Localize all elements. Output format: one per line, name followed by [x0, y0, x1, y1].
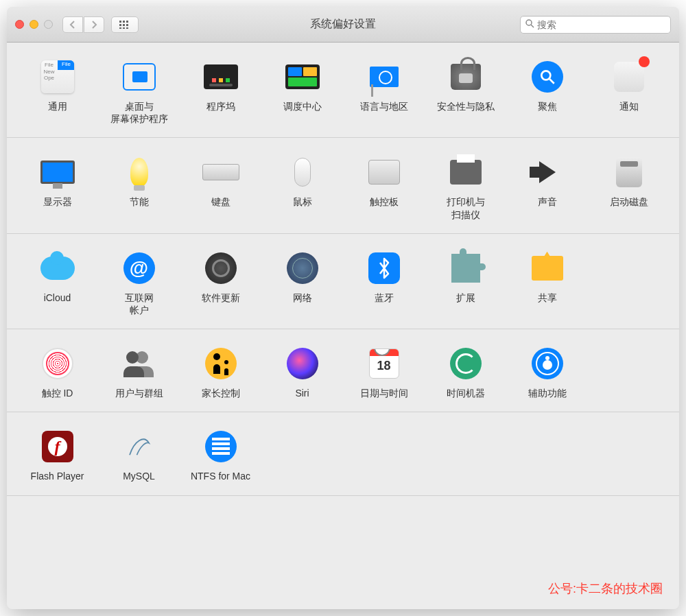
pref-item-label: 聚焦 [538, 100, 557, 112]
pref-item-label: 用户与群组 [115, 387, 163, 399]
svg-rect-1 [123, 21, 125, 23]
pref-item-label: 时间机器 [447, 387, 485, 399]
pref-item-extensions[interactable]: 扩展 [427, 249, 504, 316]
pref-item-label: 打印机与 扫描仪 [447, 196, 485, 220]
pref-item-mouse[interactable]: 鼠标 [264, 153, 340, 220]
pref-item-printers[interactable]: 打印机与 扫描仪 [427, 153, 504, 220]
pref-item-parental-controls[interactable]: 家长控制 [182, 344, 259, 399]
pref-item-displays[interactable]: 显示器 [19, 153, 95, 220]
pref-item-siri[interactable]: Siri [264, 344, 340, 399]
pref-item-label: Siri [295, 387, 309, 399]
pref-item-keyboard[interactable]: 键盘 [182, 153, 259, 220]
sharing-icon [528, 249, 567, 287]
titlebar: 系统偏好设置 [7, 7, 679, 43]
ntfs-icon [202, 427, 240, 466]
pref-item-label: 扩展 [456, 292, 475, 304]
pref-item-label: 触控板 [370, 196, 399, 208]
mission-control-icon [283, 58, 322, 96]
pref-item-sharing[interactable]: 共享 [509, 249, 585, 316]
svg-rect-0 [119, 21, 121, 23]
pref-item-dock[interactable]: 程序坞 [182, 58, 259, 125]
pref-item-mysql[interactable]: MySQL [101, 427, 177, 482]
mouse-icon [283, 153, 322, 191]
pref-item-label: 声音 [538, 196, 557, 208]
pref-item-label: 鼠标 [293, 196, 312, 208]
pref-item-label: 安全性与隐私 [437, 100, 495, 112]
pref-item-bluetooth[interactable]: 蓝牙 [346, 249, 422, 316]
internet-accounts-icon: @ [120, 249, 158, 287]
svg-rect-4 [123, 24, 125, 26]
pref-item-users-groups[interactable]: 用户与群组 [101, 344, 177, 399]
pref-item-security[interactable]: 安全性与隐私 [427, 58, 504, 125]
pref-item-date-time[interactable]: 日期与时间 [346, 344, 422, 399]
pref-item-label: 家长控制 [202, 387, 240, 399]
pref-item-desktop[interactable]: 桌面与 屏幕保护程序 [101, 58, 177, 125]
pref-item-icloud[interactable]: iCloud [19, 249, 95, 316]
pref-item-sound[interactable]: 声音 [509, 153, 585, 220]
users-groups-icon [120, 344, 158, 383]
close-button[interactable] [15, 20, 24, 29]
pref-item-software-update[interactable]: 软件更新 [182, 249, 259, 316]
trackpad-icon [365, 153, 403, 191]
back-button[interactable] [62, 16, 83, 33]
pref-item-time-machine[interactable]: 时间机器 [427, 344, 504, 399]
time-machine-icon [447, 344, 485, 383]
pref-item-label: 键盘 [211, 196, 230, 208]
flash-player-icon: f [38, 427, 77, 466]
pref-section: 显示器节能键盘鼠标触控板打印机与 扫描仪声音启动磁盘 [7, 138, 679, 233]
pref-item-label: 蓝牙 [375, 292, 394, 304]
date-time-icon [365, 344, 403, 383]
pref-section: fFlash PlayerMySQLNTFS for Mac [7, 412, 679, 495]
accessibility-icon [528, 344, 567, 383]
pref-item-label: 共享 [538, 292, 557, 304]
pref-item-trackpad[interactable]: 触控板 [346, 153, 422, 220]
svg-rect-6 [119, 27, 121, 29]
pref-item-flash-player[interactable]: fFlash Player [19, 427, 95, 482]
pref-item-label: 调度中心 [283, 100, 322, 112]
pref-section: iCloud@互联网 帐户软件更新网络蓝牙扩展共享 [7, 234, 679, 329]
pref-item-internet-accounts[interactable]: @互联网 帐户 [101, 249, 177, 316]
notifications-icon [610, 58, 648, 96]
nav-buttons [62, 16, 104, 33]
keyboard-icon [202, 153, 240, 191]
pref-item-label: Flash Player [31, 470, 84, 482]
svg-point-9 [526, 20, 532, 25]
pref-item-mission-control[interactable]: 调度中心 [264, 58, 340, 125]
pref-item-notifications[interactable]: 通知 [591, 58, 667, 125]
pref-item-language-region[interactable]: 语言与地区 [346, 58, 422, 125]
network-icon [283, 249, 322, 287]
pref-item-spotlight[interactable]: 聚焦 [509, 58, 585, 125]
energy-icon [120, 153, 158, 191]
pref-item-startup-disk[interactable]: 启动磁盘 [591, 153, 667, 220]
svg-rect-7 [123, 27, 125, 29]
pref-item-general[interactable]: File通用 [19, 58, 95, 125]
svg-line-10 [531, 25, 534, 27]
pref-item-label: iCloud [44, 292, 71, 304]
pref-item-energy[interactable]: 节能 [101, 153, 177, 220]
pref-item-label: 程序坞 [206, 100, 235, 112]
svg-rect-8 [126, 27, 128, 29]
pref-item-label: 互联网 帐户 [125, 292, 154, 316]
svg-rect-5 [126, 24, 128, 26]
security-icon [447, 58, 485, 96]
desktop-icon [120, 58, 158, 96]
sound-icon [528, 153, 567, 191]
bluetooth-icon [365, 249, 403, 287]
watermark-text: 公号:卡二条的技术圈 [548, 580, 663, 597]
pref-item-label: 节能 [130, 196, 149, 208]
general-icon: File [38, 58, 77, 96]
search-input[interactable] [537, 19, 666, 30]
minimize-button[interactable] [29, 20, 38, 29]
search-field[interactable] [520, 16, 671, 34]
pref-item-label: 辅助功能 [528, 387, 567, 399]
zoom-button [44, 20, 53, 29]
show-all-button[interactable] [111, 16, 139, 33]
pref-item-network[interactable]: 网络 [264, 249, 340, 316]
pref-item-accessibility[interactable]: 辅助功能 [509, 344, 585, 399]
mysql-icon [120, 427, 158, 466]
software-update-icon [202, 249, 240, 287]
pref-item-label: 触控 ID [42, 387, 73, 399]
pref-item-ntfs[interactable]: NTFS for Mac [182, 427, 259, 482]
pref-item-touch-id[interactable]: 触控 ID [19, 344, 95, 399]
forward-button[interactable] [84, 16, 104, 33]
